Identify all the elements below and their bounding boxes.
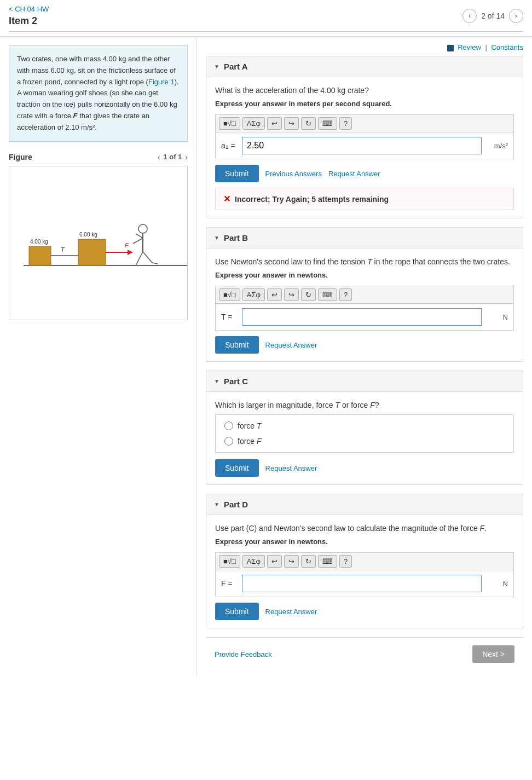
svg-line-13: [136, 234, 143, 238]
feedback-link[interactable]: Provide Feedback: [215, 650, 272, 658]
part-c-request-answer[interactable]: Request Answer: [265, 464, 317, 472]
footer: Provide Feedback Next >: [206, 637, 523, 671]
figure-prev-button[interactable]: ‹: [158, 153, 160, 161]
redo-btn-d[interactable]: ↪: [284, 555, 299, 568]
problem-text: Two crates, one with mass 4.00 kg and th…: [9, 45, 188, 142]
part-d-instruction: Express your answer in newtons.: [215, 538, 514, 546]
part-d-request-answer[interactable]: Request Answer: [265, 608, 317, 616]
part-a-input-label: a₁ =: [221, 141, 238, 150]
math-symbol-btn-a[interactable]: ΑΣφ: [242, 117, 265, 130]
redo-btn-a[interactable]: ↪: [284, 117, 299, 130]
figure-link[interactable]: Figure 1: [148, 78, 175, 86]
refresh-btn-a[interactable]: ↻: [301, 117, 316, 130]
part-b-input-label: T =: [221, 313, 238, 321]
figure-diagram: 4.00 kg T 6.00 kg F: [18, 175, 187, 296]
figure-scroll[interactable]: 4.00 kg T 6.00 kg F: [9, 166, 187, 320]
review-link[interactable]: Review: [458, 43, 481, 51]
prev-item-button[interactable]: ‹: [462, 9, 477, 23]
item-title: Item 2: [9, 15, 49, 27]
part-c-option-t[interactable]: force T: [224, 421, 505, 430]
math-template-btn-d[interactable]: ■√□: [219, 555, 240, 568]
next-button[interactable]: Next >: [472, 645, 514, 663]
part-b-body: Use Newton's second law to find the tens…: [206, 249, 523, 361]
radio-force-f[interactable]: [224, 437, 233, 446]
part-d-submit[interactable]: Submit: [215, 603, 259, 620]
part-b-unit: N: [486, 313, 508, 321]
svg-line-17: [152, 263, 158, 264]
constants-link[interactable]: Constants: [491, 43, 523, 51]
undo-btn-d[interactable]: ↩: [267, 555, 282, 568]
help-btn-a[interactable]: ?: [339, 117, 352, 130]
next-item-button[interactable]: ›: [509, 9, 523, 23]
part-a-header[interactable]: ▼ Part A: [206, 56, 523, 77]
part-c-title: Part C: [224, 377, 248, 386]
svg-line-12: [133, 238, 143, 244]
part-d-input-label: F =: [221, 579, 238, 588]
part-a-request-answer[interactable]: Request Answer: [328, 170, 380, 178]
part-a-error: ✕ Incorrect; Try Again; 5 attempts remai…: [215, 188, 514, 210]
part-b-header[interactable]: ▼ Part B: [206, 228, 523, 249]
part-a-actions: Submit Previous Answers Request Answer: [215, 165, 514, 182]
part-b-instruction: Express your answer in newtons.: [215, 271, 514, 279]
refresh-btn-d[interactable]: ↻: [301, 555, 316, 568]
math-template-btn-a[interactable]: ■√□: [219, 117, 240, 130]
math-symbol-btn-d[interactable]: ΑΣφ: [242, 555, 265, 568]
part-a-prev-answers[interactable]: Previous Answers: [265, 170, 322, 178]
part-b-toolbar: ■√□ ΑΣφ ↩ ↪ ↻ ⌨ ?: [215, 286, 514, 303]
part-d-input[interactable]: [242, 575, 482, 592]
part-d-section: ▼ Part D Use part (C) and Newton's secon…: [206, 494, 523, 628]
part-c-collapse-icon: ▼: [214, 378, 219, 384]
svg-text:6.00 kg: 6.00 kg: [79, 232, 97, 238]
part-c-submit[interactable]: Submit: [215, 459, 259, 477]
part-a-toolbar: ■√□ ΑΣφ ↩ ↪ ↻ ⌨ ?: [215, 114, 514, 132]
part-b-question: Use Newton's second law to find the tens…: [215, 256, 514, 268]
part-d-toolbar: ■√□ ΑΣφ ↩ ↪ ↻ ⌨ ?: [215, 552, 514, 570]
radio-force-t[interactable]: [224, 421, 233, 430]
keyboard-btn-a[interactable]: ⌨: [318, 117, 337, 130]
part-b-request-answer[interactable]: Request Answer: [265, 341, 317, 349]
figure-next-button[interactable]: ›: [185, 153, 188, 161]
svg-text:F: F: [125, 242, 129, 249]
error-icon: ✕: [223, 194, 230, 204]
part-a-section: ▼ Part A What is the acceleration of the…: [206, 56, 523, 218]
figure-label: Figure: [9, 153, 32, 161]
force-f-label: force F: [238, 437, 262, 446]
svg-marker-8: [128, 250, 133, 255]
part-d-header[interactable]: ▼ Part D: [206, 494, 523, 515]
part-a-unit: m/s²: [486, 142, 508, 150]
help-btn-b[interactable]: ?: [339, 288, 352, 301]
help-btn-d[interactable]: ?: [339, 555, 352, 568]
part-c-section: ▼ Part C Which is larger in magnitude, f…: [206, 371, 523, 485]
part-a-input[interactable]: [242, 137, 482, 154]
part-c-body: Which is larger in magnitude, force T or…: [206, 392, 523, 484]
undo-btn-a[interactable]: ↩: [267, 117, 282, 130]
part-d-collapse-icon: ▼: [214, 501, 219, 507]
part-d-unit: N: [486, 580, 508, 588]
part-c-option-f[interactable]: force F: [224, 437, 505, 446]
part-d-actions: Submit Request Answer: [215, 603, 514, 620]
redo-btn-b[interactable]: ↪: [284, 288, 299, 301]
figure-container: 4.00 kg T 6.00 kg F: [9, 166, 188, 320]
keyboard-btn-d[interactable]: ⌨: [318, 555, 337, 568]
part-b-actions: Submit Request Answer: [215, 336, 514, 354]
svg-line-15: [143, 252, 152, 263]
keyboard-btn-b[interactable]: ⌨: [318, 288, 337, 301]
part-b-submit[interactable]: Submit: [215, 336, 259, 354]
math-symbol-btn-b[interactable]: ΑΣφ: [242, 288, 265, 301]
part-c-options: force T force F: [215, 414, 514, 453]
part-a-body: What is the acceleration of the 4.00 kg …: [206, 77, 523, 218]
svg-rect-5: [78, 239, 106, 265]
back-link[interactable]: < CH 04 HW: [9, 5, 49, 13]
part-a-submit[interactable]: Submit: [215, 165, 259, 182]
error-text: Incorrect; Try Again; 5 attempts remaini…: [235, 195, 389, 204]
undo-btn-b[interactable]: ↩: [267, 288, 282, 301]
item-counter: 2 of 14: [481, 11, 505, 20]
part-a-question: What is the acceleration of the 4.00 kg …: [215, 85, 514, 96]
part-c-header[interactable]: ▼ Part C: [206, 371, 523, 392]
svg-rect-1: [29, 246, 51, 265]
part-b-input-row: T = N: [215, 303, 514, 331]
math-template-btn-b[interactable]: ■√□: [219, 288, 240, 301]
part-b-input[interactable]: [242, 308, 482, 326]
figure-page-info: 1 of 1: [163, 153, 182, 161]
refresh-btn-b[interactable]: ↻: [301, 288, 316, 301]
